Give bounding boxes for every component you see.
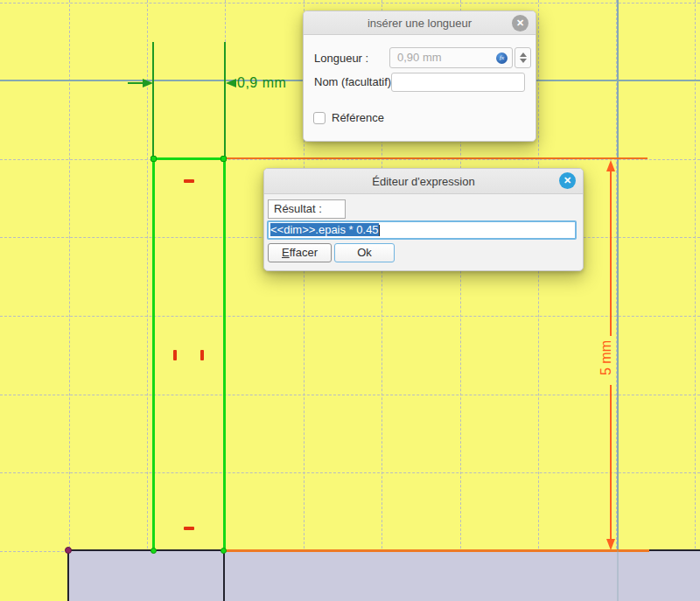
close-icon[interactable]: ✕ [512, 15, 528, 31]
clear-button[interactable]: Effacer [268, 243, 332, 262]
spin-down-icon[interactable] [520, 59, 527, 63]
grid-line [0, 472, 700, 473]
sketch-vertex-bottom-right[interactable] [220, 548, 227, 554]
name-input[interactable] [391, 73, 525, 92]
dialog-title: insérer une longueur [368, 17, 472, 30]
solid-body-edge[interactable] [223, 549, 225, 601]
sketch-bottom-edge-line[interactable] [225, 549, 649, 552]
dim-arrow-down-icon [606, 539, 615, 550]
dim-extension-line-left [152, 42, 154, 158]
sketch-vertex-top-right[interactable] [220, 156, 227, 162]
sketch-vertex-top-left[interactable] [150, 156, 157, 162]
expression-input[interactable]: <<dim>>.epais * 0.45 [267, 220, 577, 240]
solid-body-face[interactable] [67, 549, 700, 601]
sketch-vertex-bottom-left[interactable] [150, 548, 157, 554]
sketch-line-left[interactable] [152, 157, 155, 550]
length-value: 0,90 mm [397, 51, 442, 64]
length-label: Longueur : [314, 52, 368, 65]
sketch-top-edge-line-orange[interactable] [225, 157, 648, 159]
length-input[interactable]: 0,90 mm fx [389, 47, 513, 68]
expression-selected-text: <<dim>>.epais * 0.45 [270, 223, 379, 236]
dim-arrow-left-icon [226, 79, 236, 87]
dim-arrow-tail [128, 82, 144, 84]
dim-arrow-right-icon [143, 79, 153, 87]
height-dimension-label[interactable]: 5 mm [598, 333, 616, 382]
dialog-titlebar[interactable]: Éditeur d'expression ✕ [264, 169, 583, 194]
dim-arrow-up-icon [606, 160, 615, 171]
sketch-line-top[interactable] [152, 157, 226, 160]
grid-line [0, 3, 700, 3]
grid-line [0, 316, 700, 317]
grid-line [69, 0, 70, 601]
horizontal-constraint-icon[interactable] [184, 179, 194, 183]
grid-line [0, 395, 700, 395]
spin-up-icon[interactable] [520, 52, 527, 57]
reference-checkbox[interactable] [313, 112, 326, 124]
expression-editor-dialog: Éditeur d'expression ✕ Résultat : 0,90 <… [263, 168, 584, 271]
reference-label: Référence [332, 111, 384, 124]
length-spinbox[interactable] [514, 47, 531, 68]
dialog-titlebar[interactable]: insérer une longueur ✕ [304, 11, 536, 35]
width-dimension-label[interactable]: 0,9 mm [237, 75, 286, 91]
height-dimension-line-lower[interactable] [610, 385, 612, 549]
height-dimension-line-upper[interactable] [610, 164, 612, 336]
name-label: Nom (facultatif) [314, 75, 391, 88]
sketcher-viewport[interactable]: 0,9 mm 5 mm insérer une longueur ✕ Longu… [0, 0, 700, 601]
text-caret [379, 225, 380, 236]
vertical-axis-line-overlap [617, 550, 619, 601]
close-icon[interactable]: ✕ [559, 172, 576, 189]
ok-button[interactable]: Ok [334, 243, 395, 262]
sketch-line-right[interactable] [223, 157, 226, 550]
grid-line [147, 0, 148, 601]
grid-line [695, 0, 696, 601]
external-vertex[interactable] [65, 547, 72, 554]
expression-icon[interactable]: fx [496, 52, 508, 64]
horizontal-constraint-icon[interactable] [184, 527, 194, 530]
vertical-constraint-icon[interactable] [200, 350, 204, 360]
vertical-constraint-icon[interactable] [173, 350, 177, 360]
dim-extension-line-right [224, 42, 226, 158]
insert-length-dialog: insérer une longueur ✕ Longueur : 0,90 m… [303, 10, 536, 142]
dialog-title: Éditeur d'expression [372, 175, 474, 188]
vertical-axis-line[interactable] [617, 0, 619, 550]
grid-line [538, 0, 539, 601]
result-readout: Résultat : 0,90 [268, 199, 346, 219]
